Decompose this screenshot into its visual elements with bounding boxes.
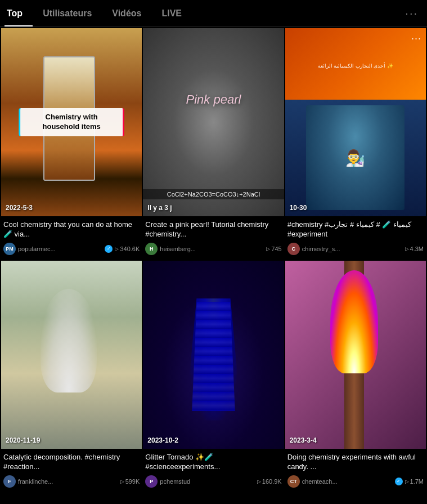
- verified-badge-1: ✓: [105, 245, 113, 253]
- avatar-5: P: [145, 475, 158, 488]
- view-count-4: ▷ 599K: [120, 478, 140, 485]
- play-icon-4: ▷: [120, 479, 124, 484]
- card-date-4: 2020-11-19: [6, 436, 40, 444]
- avatar-2: H: [145, 243, 158, 255]
- thumbnail-3: أحدى التجارب الكيميائية الرائعة ✨ 👨‍🔬 ··…: [285, 28, 426, 216]
- card-dots-3: ···: [411, 33, 421, 44]
- avatar-6: CT: [287, 475, 300, 488]
- verified-badge-6: ✓: [395, 478, 403, 485]
- video-card-4[interactable]: 2020-11-19 Catalytic decomposition. #che…: [1, 261, 142, 492]
- play-icon-3: ▷: [405, 246, 409, 252]
- card-title-2: Create a pink pearl! Tutorial chemistry …: [145, 220, 281, 239]
- card-meta-6: CT chemteach... ✓ ▷ 1.7M: [287, 475, 424, 488]
- card-info-6: Doing chemistry experiments with awful c…: [285, 449, 426, 492]
- more-options-button[interactable]: ···: [401, 2, 422, 24]
- tab-top[interactable]: Top: [5, 0, 33, 26]
- avatar-1: PM: [3, 243, 16, 255]
- video-card-3[interactable]: أحدى التجارب الكيميائية الرائعة ✨ 👨‍🔬 ··…: [285, 28, 426, 260]
- thumbnail-6: 2023-3-4: [285, 261, 426, 449]
- card-info-5: Glitter Tornado ✨🧪 #scienceexperiments..…: [143, 449, 284, 492]
- overlay-label-1: Chemistry with household items: [19, 108, 124, 136]
- card-date-2: Il y a 3 j: [147, 204, 172, 212]
- view-count-3: ▷ 4.3M: [405, 246, 424, 252]
- card-title-3: #chemistry #كيمياء 🧪 # كيمياء # تجارب #e…: [287, 220, 424, 239]
- play-icon-1: ▷: [115, 246, 119, 252]
- channel-name-6: chemteach...: [302, 478, 393, 485]
- cloud-effect: [41, 289, 97, 393]
- card-date-3: 10-30: [290, 204, 307, 212]
- channel-name-4: franklinche...: [18, 478, 118, 485]
- card-meta-2: H heisenberg... ▷ 745: [145, 243, 281, 255]
- thumbnail-2: Pink pearl CoCl2+Na2CO3=CoCO3↓+2NaCl Il …: [143, 28, 284, 216]
- card-info-3: #chemistry #كيمياء 🧪 # كيمياء # تجارب #e…: [285, 216, 426, 260]
- video-card-6[interactable]: 2023-3-4 Doing chemistry experiments wit…: [285, 261, 426, 492]
- video-card-1[interactable]: Chemistry with household items 2022-5-3 …: [1, 28, 142, 260]
- card-date-1: 2022-5-3: [6, 204, 33, 212]
- nav-bar: Top Utilisateurs Vidéos LIVE ···: [0, 0, 427, 27]
- arabic-text-3: أحدى التجارب الكيميائية الرائعة ✨: [316, 61, 395, 71]
- view-count-1: ▷ 340.6K: [115, 246, 140, 252]
- card-title-5: Glitter Tornado ✨🧪 #scienceexperiments..…: [145, 452, 281, 472]
- channel-name-3: chimestry_s...: [302, 246, 403, 252]
- card-meta-1: PM popularmec... ✓ ▷ 340.6K: [3, 243, 140, 255]
- tornado-inner: [190, 302, 237, 411]
- play-icon-2: ▷: [266, 246, 270, 252]
- card-meta-3: C chimestry_s... ▷ 4.3M: [287, 243, 424, 255]
- thumbnail-4: 2020-11-19: [1, 261, 142, 449]
- channel-name-2: heisenberg...: [160, 246, 264, 252]
- card-meta-5: P pchemstud ▷ 160.9K: [145, 475, 281, 488]
- view-count-2: ▷ 745: [266, 246, 281, 252]
- card-info-1: Cool chemistry that you can do at home 🧪…: [1, 216, 142, 260]
- card-date-6: 2023-3-4: [290, 436, 317, 444]
- view-count-6: ▷ 1.7M: [405, 478, 424, 485]
- card-info-2: Create a pink pearl! Tutorial chemistry …: [143, 216, 284, 260]
- thumbnail-5: 2023-10-2: [143, 261, 284, 449]
- channel-name-1: popularmec...: [18, 246, 102, 252]
- flame-fire: [330, 270, 378, 374]
- video-grid: Chemistry with household items 2022-5-3 …: [0, 27, 427, 493]
- card-date-5: 2023-10-2: [147, 436, 178, 444]
- card-info-4: Catalytic decomposition. #chemistry #rea…: [1, 449, 142, 492]
- view-count-5: ▷ 160.9K: [257, 478, 282, 485]
- channel-name-5: pchemstud: [160, 478, 254, 485]
- avatar-4: F: [3, 475, 16, 488]
- play-icon-5: ▷: [257, 479, 261, 484]
- card-meta-4: F franklinche... ▷ 599K: [3, 475, 140, 488]
- video-card-2[interactable]: Pink pearl CoCl2+Na2CO3=CoCO3↓+2NaCl Il …: [143, 28, 284, 260]
- avatar-3: C: [287, 243, 300, 255]
- pink-pearl-label: Pink pearl: [186, 92, 241, 107]
- video-card-5[interactable]: 2023-10-2 Glitter Tornado ✨🧪 #scienceexp…: [143, 261, 284, 492]
- card-title-1: Cool chemistry that you can do at home 🧪…: [3, 220, 140, 239]
- tab-live[interactable]: LIVE: [151, 0, 192, 26]
- card-title-6: Doing chemistry experiments with awful c…: [287, 452, 424, 472]
- formula-label: CoCl2+Na2CO3=CoCO3↓+2NaCl: [143, 189, 284, 199]
- play-icon-6: ▷: [405, 479, 409, 484]
- card-title-4: Catalytic decomposition. #chemistry #rea…: [3, 452, 140, 472]
- thumbnail-1: Chemistry with household items 2022-5-3: [1, 28, 142, 216]
- tab-utilisateurs[interactable]: Utilisateurs: [33, 0, 102, 26]
- tab-videos[interactable]: Vidéos: [102, 0, 151, 26]
